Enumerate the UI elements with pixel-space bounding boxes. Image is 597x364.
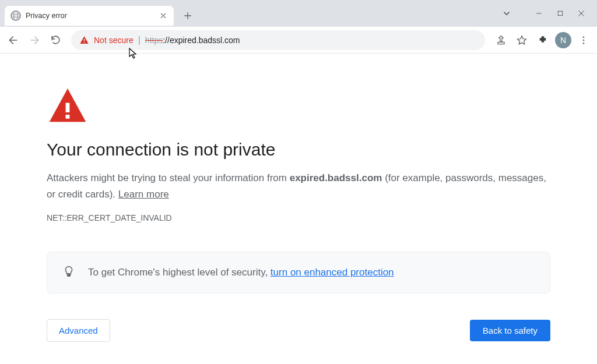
enhanced-protection-tip: To get Chrome's highest level of securit… (47, 252, 550, 294)
reload-button[interactable] (47, 31, 64, 49)
titlebar: Privacy error (0, 0, 597, 27)
tip-prefix: To get Chrome's highest level of securit… (88, 267, 271, 278)
forward-button[interactable] (26, 31, 43, 49)
share-icon[interactable] (492, 31, 510, 49)
url-rest: ://expired.badssl.com (163, 36, 240, 45)
body-host: expired.badssl.com (290, 172, 382, 183)
url-scheme: https (145, 36, 163, 45)
enhanced-protection-link[interactable]: turn on enhanced protection (271, 267, 394, 278)
warning-triangle-icon (79, 35, 89, 45)
divider: | (138, 35, 141, 45)
browser-tab[interactable]: Privacy error (5, 6, 174, 26)
chevron-down-icon[interactable] (498, 5, 515, 22)
close-window-button[interactable] (573, 5, 590, 22)
bookmark-icon[interactable] (513, 31, 531, 49)
svg-rect-2 (84, 39, 85, 41)
button-row: Advanced Back to safety (47, 319, 550, 342)
svg-rect-7 (66, 103, 70, 112)
svg-point-5 (583, 39, 585, 41)
window-controls (491, 0, 597, 27)
avatar-initial: N (560, 36, 566, 45)
globe-icon (10, 10, 21, 21)
minimize-button[interactable] (531, 5, 548, 22)
not-secure-label: Not secure (94, 36, 134, 45)
back-button[interactable] (5, 31, 22, 49)
svg-rect-1 (558, 11, 563, 16)
extensions-icon[interactable] (534, 31, 552, 49)
privacy-error-page: Your connection is not private Attackers… (0, 54, 597, 358)
profile-avatar[interactable]: N (555, 32, 571, 48)
security-indicator[interactable]: Not secure (79, 35, 134, 45)
learn-more-link[interactable]: Learn more (118, 189, 169, 200)
maximize-button[interactable] (552, 5, 569, 22)
tip-text: To get Chrome's highest level of securit… (88, 267, 394, 278)
url-display: https ://expired.badssl.com (145, 36, 240, 45)
svg-rect-8 (66, 115, 70, 119)
page-heading: Your connection is not private (47, 140, 550, 160)
tab-title: Privacy error (26, 12, 154, 20)
toolbar: Not secure | https ://expired.badssl.com… (0, 27, 597, 54)
lightbulb-icon (62, 265, 75, 280)
svg-point-6 (583, 42, 585, 44)
warning-triangle-icon (48, 86, 87, 126)
body-prefix: Attackers might be trying to steal your … (47, 172, 290, 183)
menu-button[interactable] (575, 31, 592, 49)
back-to-safety-button[interactable]: Back to safety (470, 320, 550, 341)
warning-description: Attackers might be trying to steal your … (47, 170, 550, 203)
error-code: NET::ERR_CERT_DATE_INVALID (47, 213, 550, 222)
close-tab-icon[interactable] (159, 11, 168, 20)
address-bar[interactable]: Not secure | https ://expired.badssl.com (71, 30, 485, 50)
svg-point-4 (583, 36, 585, 38)
advanced-button[interactable]: Advanced (47, 319, 110, 342)
svg-rect-3 (84, 42, 85, 43)
new-tab-button[interactable] (180, 8, 196, 24)
